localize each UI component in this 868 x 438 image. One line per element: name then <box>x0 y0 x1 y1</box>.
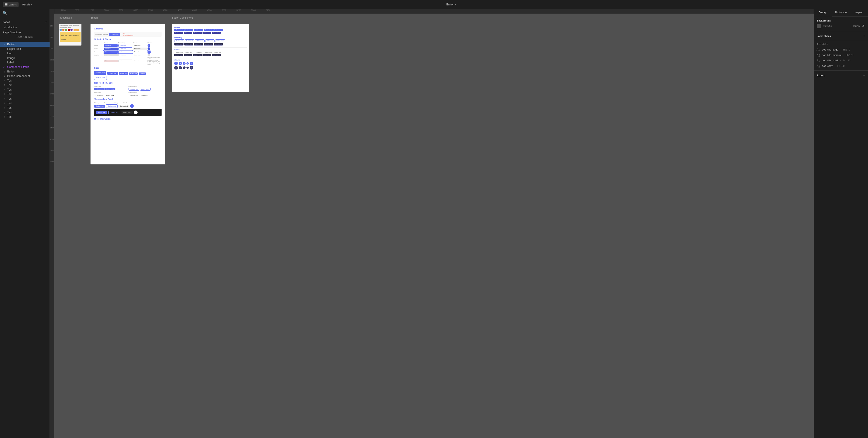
comp-btn-t6[interactable]: Button text <box>174 54 183 56</box>
comp-circ-d3[interactable]: + <box>183 66 186 69</box>
layer-item-text9[interactable]: T Text <box>0 115 50 119</box>
layer-item-button-component[interactable]: # Button Component <box>0 74 50 78</box>
comp-btn-t5[interactable]: Button text▪ <box>213 51 223 53</box>
btn-secondary-select[interactable]: Button text <box>118 44 133 47</box>
comp-circ-d5[interactable]: + <box>190 66 193 69</box>
comp-circ-d4[interactable]: + <box>186 66 189 69</box>
btn-size-xs[interactable]: Button text <box>139 72 146 75</box>
btn-secondary-hover[interactable]: Button text <box>118 47 133 50</box>
tab-inspect[interactable]: Inspect <box>850 9 868 16</box>
layer-item-text1[interactable]: T Text <box>0 78 50 83</box>
comp-circ-4[interactable]: + <box>186 62 189 64</box>
icon-btn-tertiary-trailing[interactable]: Button text▶ <box>105 94 116 96</box>
theme-btn-circular-light[interactable]: + <box>130 104 134 108</box>
comp-btn-s7[interactable]: Button text <box>184 43 193 46</box>
button-frame-box[interactable]: Anatomy Icon testing: Outlined Button te… <box>91 24 165 165</box>
comp-circ-2[interactable]: + <box>179 62 182 65</box>
layer-item-button-frame[interactable]: # Button <box>0 69 50 74</box>
btn-primary-disabled[interactable]: Button text <box>104 54 118 56</box>
layer-item-button-page[interactable]: ✓ Button <box>0 42 50 47</box>
btn-size-xl[interactable]: Button text <box>94 71 106 75</box>
btn-secondary-disabled[interactable]: Button text <box>118 54 133 56</box>
add-local-style-button[interactable]: + <box>863 34 865 38</box>
assets-tab[interactable]: Assets • <box>20 2 34 7</box>
theme-btn-secondary-light[interactable]: Button text <box>106 105 118 108</box>
comp-btn-s4[interactable]: Button text <box>205 39 215 42</box>
btn-primary-focus[interactable]: Button text <box>104 51 118 53</box>
theme-btn-tertiary-dark[interactable]: Button text <box>122 111 133 114</box>
comp-btn-p8[interactable]: Button text <box>193 32 202 34</box>
comp-btn-t7[interactable]: Button text <box>184 54 192 56</box>
icon-btn-leading-outline[interactable]: ◁Button text <box>128 88 140 91</box>
comp-btn-t4[interactable]: Button text <box>204 51 213 53</box>
text-style-item-doc-title-small[interactable]: Ag doc_title_small · 24/130 <box>817 58 865 63</box>
btn-circular-select[interactable]: + <box>148 44 150 47</box>
anatomy-btn-primary[interactable]: Button text <box>109 33 120 36</box>
comp-btn-s1[interactable]: ▪Button text <box>174 39 184 42</box>
btn-primary-invalid[interactable]: Button text <box>104 60 118 62</box>
comp-btn-p5[interactable]: Button text▪ <box>213 29 223 31</box>
btn-tertiary-invalid[interactable]: Button text <box>133 60 147 62</box>
comp-circ-d2[interactable]: + <box>179 66 182 69</box>
layer-item-icon[interactable]: Icon <box>0 51 50 56</box>
tab-prototype[interactable]: Prototype <box>832 9 850 16</box>
layer-item-text8[interactable]: T Text <box>0 110 50 115</box>
comp-btn-p6[interactable]: Button text <box>174 32 183 34</box>
theme-btn-primary-light[interactable]: Button text <box>94 105 105 108</box>
canvas-scroll-area[interactable]: 250 500 750 1000 1250 1500 1750 2000 225… <box>50 13 814 438</box>
comp-circ-d1[interactable]: + <box>174 66 178 69</box>
comp-btn-p10[interactable]: Button text <box>212 32 221 34</box>
comp-btn-t2[interactable]: Button text <box>184 51 193 53</box>
comp-btn-s2[interactable]: Button text <box>185 39 194 42</box>
background-opacity[interactable]: 100% <box>853 25 860 28</box>
layer-item-text3[interactable]: T Text <box>0 87 50 92</box>
background-color-hex[interactable]: 505050 <box>823 25 851 28</box>
btn-circular-focus[interactable] <box>148 51 150 53</box>
comp-btn-t9[interactable]: Button text <box>203 54 211 56</box>
comp-btn-s8[interactable]: Button text <box>194 43 203 46</box>
search-icon[interactable]: 🔍 <box>3 11 7 15</box>
btn-size-xl-outline[interactable]: Button text <box>94 76 107 80</box>
comp-btn-t3[interactable]: ▪Button text <box>194 51 204 53</box>
page-item-page-structure[interactable]: Page Structure <box>0 30 50 35</box>
comp-btn-t1[interactable]: ▪Button text <box>174 51 184 53</box>
layer-item-component-status[interactable]: ◇ ComponentStatus <box>0 65 50 69</box>
theme-btn-secondary-dark[interactable]: Button text <box>108 111 120 114</box>
icon-btn-leading-solid[interactable]: ◀Button text <box>94 88 104 90</box>
layers-tab[interactable]: Layers <box>3 2 19 7</box>
btn-primary-hover[interactable]: Button text <box>104 48 118 50</box>
layer-item-text2[interactable]: T Text <box>0 83 50 87</box>
btn-primary-select[interactable]: Button text <box>104 45 118 47</box>
comp-circ-1[interactable]: + <box>174 62 178 65</box>
comp-btn-t10[interactable]: Button text <box>212 54 221 56</box>
comp-btn-s10[interactable]: Button text <box>214 43 223 46</box>
comp-btn-p9[interactable]: Button text <box>203 32 211 34</box>
button-component-frame-box[interactable]: primary ▪Button text Button text ▪Button… <box>172 24 249 92</box>
layer-item-text5[interactable]: T Text <box>0 96 50 101</box>
intro-frame-box[interactable]: Primo Components Tokens Figaro Tokens Do… <box>59 24 82 46</box>
theme-btn-circular-dark[interactable]: + <box>134 111 137 114</box>
text-style-item-doc-title-large[interactable]: Ag doc_title_large · 48/130 <box>817 47 865 52</box>
breadcrumb[interactable]: Button ▾ <box>446 3 456 6</box>
comp-circ-5[interactable]: + <box>190 62 193 65</box>
text-style-item-doc-title-medium[interactable]: Ag doc_title_medium · 36/120 <box>817 52 865 58</box>
btn-secondary-invalid[interactable]: Button text <box>118 60 133 62</box>
page-item-introduction[interactable]: Introduction <box>0 25 50 30</box>
btn-tertiary-hover[interactable]: Button text <box>133 48 147 50</box>
tab-design[interactable]: Design <box>814 9 832 16</box>
btn-circular-hover[interactable]: + <box>148 47 150 50</box>
comp-circ-3[interactable]: + <box>183 62 186 65</box>
btn-tertiary-focus[interactable]: Button text <box>133 51 147 53</box>
comp-btn-s6[interactable]: Button text <box>174 43 184 46</box>
comp-btn-p7[interactable]: Button text <box>184 32 192 34</box>
comp-btn-s9[interactable]: Button text <box>204 43 213 46</box>
comp-btn-p1[interactable]: ▪Button text <box>174 29 184 31</box>
comp-btn-p2[interactable]: Button text <box>184 29 193 31</box>
icon-btn-tertiary-leading[interactable]: ◀Button text <box>94 94 104 96</box>
theme-btn-primary-dark[interactable]: Button text <box>96 111 107 114</box>
icon-btn-trailing-solid[interactable]: Button text▶ <box>105 88 116 90</box>
add-export-button[interactable]: + <box>863 74 865 78</box>
layer-item-image[interactable]: Image <box>0 56 50 60</box>
layer-item-helper-text[interactable]: Helper Text <box>0 47 50 51</box>
comp-btn-s5[interactable]: Button text▪ <box>215 39 225 42</box>
